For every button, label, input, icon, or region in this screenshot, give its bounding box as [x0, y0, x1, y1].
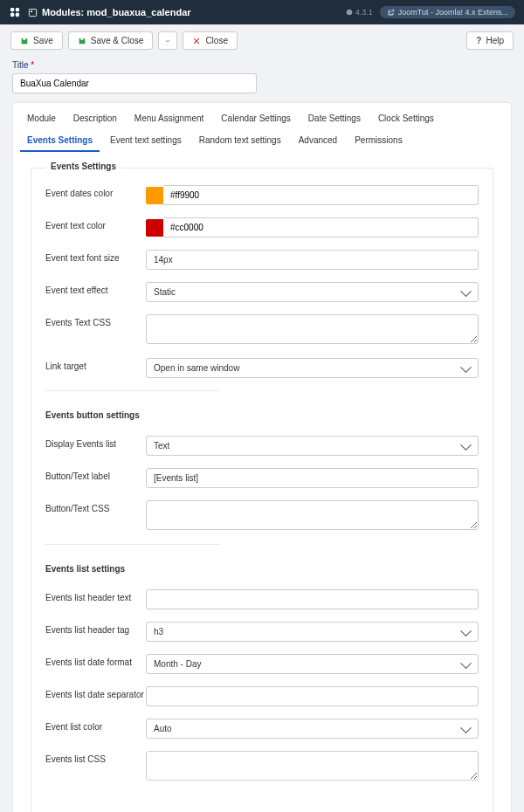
date-format-select[interactable]: Month - Day: [146, 654, 479, 674]
tab-date-settings[interactable]: Date Settings: [301, 108, 368, 130]
extension-link[interactable]: JoomTut - Joomla! 4.x Extens...: [380, 6, 515, 18]
events-text-css-input[interactable]: [146, 314, 479, 344]
divider: [45, 544, 220, 545]
save-close-button[interactable]: Save & Close: [68, 31, 154, 50]
svg-point-3: [16, 13, 20, 17]
svg-rect-5: [31, 10, 32, 12]
label-header-text: Events list header text: [45, 589, 146, 602]
help-button[interactable]: ? Help: [466, 31, 514, 50]
save-icon: [78, 37, 86, 45]
label-button-text: Button/Text label: [45, 468, 146, 481]
tabs: ModuleDescriptionMenu AssignmentCalendar…: [13, 103, 511, 152]
section-button-head: Events button settings: [45, 410, 479, 420]
title-input[interactable]: [12, 73, 257, 93]
label-list-css: Events list CSS: [45, 751, 146, 764]
list-css-input[interactable]: [146, 751, 479, 781]
label-text-effect: Event text effect: [45, 282, 146, 295]
tab-clock-settings[interactable]: Clock Settings: [371, 108, 441, 130]
top-bar: Modules: mod_buaxua_calendar 4.3.1 JoomT…: [0, 0, 524, 24]
tab-event-text-settings[interactable]: Event text settings: [103, 130, 189, 152]
divider: [45, 390, 220, 391]
toolbar: Save Save & Close Close ? Help: [0, 24, 524, 57]
event-dates-color-input[interactable]: [163, 185, 479, 205]
version-badge: 4.3.1: [346, 8, 373, 17]
tab-permissions[interactable]: Permissions: [348, 130, 409, 152]
chevron-down-icon: [164, 38, 171, 45]
label-button-css: Button/Text CSS: [45, 500, 146, 513]
label-date-format: Events list date format: [45, 654, 146, 667]
save-icon: [20, 37, 29, 45]
events-settings-fieldset: Events Settings Event dates color Event …: [31, 168, 493, 812]
date-separator-input[interactable]: [146, 686, 479, 706]
label-font-size: Event text font size: [45, 250, 146, 263]
button-text-input[interactable]: [146, 468, 479, 488]
tab-menu-assignment[interactable]: Menu Assignment: [128, 108, 211, 130]
label-header-tag: Events list header tag: [45, 622, 146, 635]
header-text-input[interactable]: [146, 589, 479, 609]
svg-point-2: [10, 13, 15, 17]
label-event-dates-color: Event dates color: [45, 185, 146, 198]
svg-point-1: [16, 8, 20, 12]
label-display-list: Display Events list: [45, 436, 146, 449]
header-tag-select[interactable]: h3: [146, 622, 479, 642]
svg-point-0: [10, 8, 15, 12]
event-text-color-input[interactable]: [163, 217, 479, 237]
link-target-select[interactable]: Open in same window: [146, 358, 479, 378]
tab-advanced[interactable]: Advanced: [292, 130, 344, 152]
external-link-icon: [387, 9, 395, 17]
module-icon: [28, 8, 38, 17]
label-list-color: Event list color: [45, 719, 146, 732]
tab-calendar-settings[interactable]: Calendar Settings: [214, 108, 298, 130]
title-label: Title *: [12, 60, 512, 70]
main-card: ModuleDescriptionMenu AssignmentCalendar…: [12, 102, 512, 812]
tab-module[interactable]: Module: [20, 108, 63, 130]
help-icon: ?: [476, 36, 481, 45]
label-event-text-color: Event text color: [45, 217, 146, 231]
save-button[interactable]: Save: [10, 31, 63, 50]
display-list-select[interactable]: Text: [146, 436, 479, 456]
text-effect-select[interactable]: Static: [146, 282, 479, 302]
label-events-text-css: Events Text CSS: [45, 314, 146, 327]
event-text-color-swatch[interactable]: [146, 219, 163, 237]
tab-description[interactable]: Description: [66, 108, 124, 130]
button-css-input[interactable]: [146, 500, 479, 530]
event-dates-color-swatch[interactable]: [146, 187, 163, 204]
page-title: Modules: mod_buaxua_calendar: [28, 7, 191, 17]
svg-point-6: [347, 10, 353, 16]
svg-rect-4: [29, 9, 36, 16]
label-date-separator: Events list date separator: [45, 686, 146, 699]
close-icon: [192, 37, 201, 45]
close-button[interactable]: Close: [183, 31, 238, 50]
section-list-head: Events list settings: [45, 564, 479, 574]
list-color-select[interactable]: Auto: [146, 719, 479, 739]
tab-events-settings[interactable]: Events Settings: [20, 130, 100, 152]
font-size-input[interactable]: [146, 250, 479, 270]
label-link-target: Link target: [45, 358, 146, 371]
fieldset-legend: Events Settings: [45, 162, 121, 171]
tab-random-text-settings[interactable]: Random text settings: [192, 130, 288, 152]
save-dropdown-toggle[interactable]: [158, 31, 177, 50]
joomla-logo-icon: [9, 6, 21, 18]
